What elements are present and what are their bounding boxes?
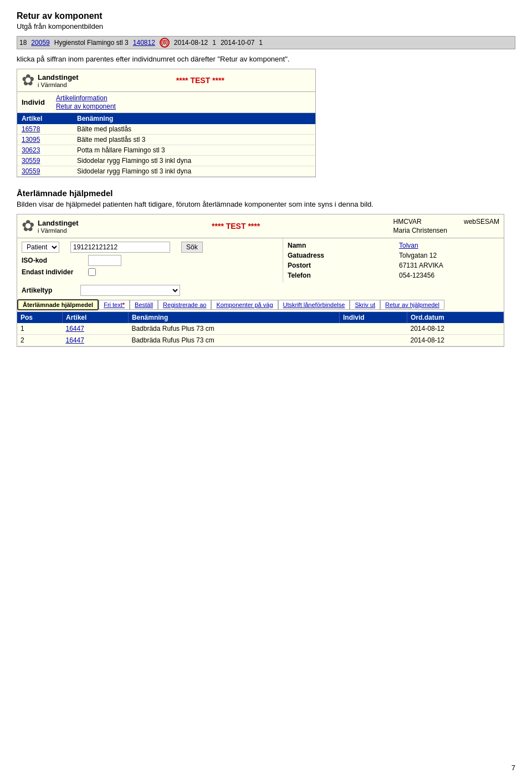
benamning: Bälte med plastlås stl 3: [77, 136, 311, 144]
table-row: 2 16447 Badbräda Rufus Plus 73 cm 2014-0…: [17, 335, 504, 346]
artikel-link[interactable]: 30559: [22, 157, 77, 165]
window1: ✿ Landstinget i Värmland **** TEST **** …: [17, 69, 316, 177]
cell-benamning: Badbräda Rufus Plus 73 cm: [128, 323, 339, 335]
table-body: 1 16447 Badbräda Rufus Plus 73 cm 2014-0…: [17, 323, 504, 346]
main-table: Pos Artikel Benämning Individ Ord.datum …: [17, 312, 504, 346]
nav-row: Individ Artikelinformation Retur av komp…: [17, 92, 315, 113]
tab-utskrift[interactable]: Utskrift låneförbindelse: [278, 300, 350, 310]
artikel-link[interactable]: 30559: [22, 167, 77, 175]
benamning: Sidodelar rygg Flamingo stl 3 inkl dyna: [77, 167, 311, 175]
header-right: HMCVAR Maria Christensen webSESAM: [393, 218, 499, 234]
section2-description: Bilden visar de hjälpmedel patienten haf…: [17, 200, 515, 208]
col-artikel-header: Artikel: [22, 115, 77, 122]
patient-select[interactable]: Patient: [22, 242, 59, 253]
window2-header: ✿ Landstinget i Värmland **** TEST **** …: [17, 214, 504, 238]
window2: ✿ Landstinget i Värmland **** TEST **** …: [17, 214, 504, 347]
namn-value[interactable]: Tolvan: [399, 242, 499, 249]
logo-line1: Landstinget: [38, 73, 79, 81]
endast-individer-checkbox[interactable]: [88, 268, 96, 276]
nav-links: Artikelinformation Retur av komponent: [56, 94, 116, 110]
tab-row: Återlämnade hjälpmedel Fri text* Beställ…: [17, 298, 504, 312]
cell-pos: 1: [17, 323, 62, 335]
instruction-text: klicka på siffran inom parentes efter in…: [17, 55, 515, 63]
window1-header: ✿ Landstinget i Värmland **** TEST ****: [17, 69, 315, 92]
artikeltyp-label: Artikeltyp: [22, 286, 77, 294]
patient-info-grid: Namn Tolvan Gatuadress Tolvgatan 12 Post…: [288, 242, 499, 279]
tab-aterlamnade[interactable]: Återlämnade hjälpmedel: [17, 299, 99, 310]
th-pos: Pos: [17, 312, 62, 323]
artikeltyp-select[interactable]: [80, 285, 180, 296]
table-row: 30559Sidodelar rygg Flamingo stl 3 inkl …: [17, 156, 315, 166]
postort-value: 67131 ARVIKA: [399, 262, 499, 269]
required-star: *: [122, 301, 125, 308]
cell-orddatum: 2014-08-12: [407, 335, 504, 346]
artikel-link[interactable]: 13095: [22, 136, 77, 144]
artikel-link[interactable]: 30623: [22, 146, 77, 154]
tab-retur[interactable]: Retur av hjälpmedel: [380, 300, 444, 310]
col4-link[interactable]: 140812: [133, 39, 155, 47]
col3: Hygienstol Flamingo stl 3: [54, 39, 129, 47]
cell-orddatum: 2014-08-12: [407, 323, 504, 335]
cell-benamning: Badbräda Rufus Plus 73 cm: [128, 335, 339, 346]
nav-link-retur[interactable]: Retur av komponent: [56, 103, 116, 110]
logo2-line2: i Värmland: [38, 227, 79, 234]
benamning: Sidodelar rygg Flamingo stl 3 inkl dyna: [77, 157, 311, 165]
telefon-value: 054-123456: [399, 272, 499, 279]
tab-registrerade-ao[interactable]: Registrerade ao: [158, 300, 211, 310]
col2-link[interactable]: 20059: [31, 39, 49, 47]
patient-number-input[interactable]: [70, 242, 170, 253]
gatuadress-label: Gatuadress: [288, 252, 388, 259]
top-data-row: 18 20059 Hygienstol Flamingo stl 3 14081…: [17, 36, 515, 49]
tab-komponenter-pa-vag[interactable]: Komponenter på väg: [211, 300, 278, 310]
postort-label: Postort: [288, 262, 388, 269]
form-area: Patient Sök ISO-kod Endast individer Nam…: [17, 238, 504, 283]
table-row: 30559Sidodelar rygg Flamingo stl 3 inkl …: [17, 166, 315, 177]
system-info: HMCVAR Maria Christensen: [393, 218, 447, 234]
col4-badge[interactable]: (8): [160, 38, 170, 48]
search-button[interactable]: Sök: [181, 242, 203, 253]
gatuadress-value: Tolvgatan 12: [399, 252, 499, 259]
artikeltyp-row: Artikeltyp: [17, 283, 504, 298]
patient-row: Patient Sök: [22, 242, 278, 253]
window1-table-body: 16578Bälte med plastlås13095Bälte med pl…: [17, 124, 315, 177]
col-benamning-header: Benämning: [77, 115, 311, 122]
col6: 1: [212, 39, 216, 47]
page-subtitle: Utgå från komponentbilden: [17, 22, 515, 30]
th-individ: Individ: [340, 312, 407, 323]
table-head: Pos Artikel Benämning Individ Ord.datum: [17, 312, 504, 323]
section2-heading: Återlämnade hjälpmedel: [17, 188, 515, 198]
artikel-link[interactable]: 16578: [22, 125, 77, 133]
table-row: 13095Bälte med plastlås stl 3: [17, 135, 315, 145]
cell-artikel[interactable]: 16447: [62, 323, 128, 335]
tab-skriv-ut[interactable]: Skriv ut: [350, 300, 380, 310]
cell-pos: 2: [17, 335, 62, 346]
test-banner2: **** TEST ****: [84, 222, 388, 231]
system-label2-col: webSESAM: [464, 218, 499, 234]
system-label: HMCVAR: [393, 218, 447, 226]
col5: 2014-08-12: [174, 39, 208, 47]
col7: 2014-10-07: [221, 39, 254, 47]
cell-artikel[interactable]: 16447: [62, 335, 128, 346]
logo2-line1: Landstinget: [38, 219, 79, 227]
endast-individer-label: Endast individer: [22, 268, 77, 276]
nav-link-artikelinformation[interactable]: Artikelinformation: [56, 94, 116, 102]
logo2-icon: ✿: [22, 218, 34, 234]
table-row: 1 16447 Badbräda Rufus Plus 73 cm 2014-0…: [17, 323, 504, 335]
system-label2: webSESAM: [464, 218, 499, 226]
form-left: Patient Sök ISO-kod Endast individer: [17, 238, 283, 283]
iso-kod-row: ISO-kod: [22, 255, 278, 266]
iso-kod-input[interactable]: [88, 255, 121, 266]
table-header-row: Pos Artikel Benämning Individ Ord.datum: [17, 312, 504, 323]
test-banner: **** TEST ****: [90, 76, 311, 85]
tab-bestall[interactable]: Beställ: [130, 300, 158, 310]
logo-line2: i Värmland: [38, 81, 79, 88]
benamning: Potta m hållare Flamingo stl 3: [77, 146, 311, 154]
cell-individ: [340, 335, 407, 346]
user-name: Maria Christensen: [393, 227, 447, 234]
col8: 1: [259, 39, 263, 47]
iso-kod-label: ISO-kod: [22, 257, 77, 264]
logo2: ✿ Landstinget i Värmland: [22, 218, 79, 234]
th-benamning: Benämning: [128, 312, 339, 323]
tab-fri-text[interactable]: Fri text*: [99, 300, 130, 310]
cell-individ: [340, 323, 407, 335]
